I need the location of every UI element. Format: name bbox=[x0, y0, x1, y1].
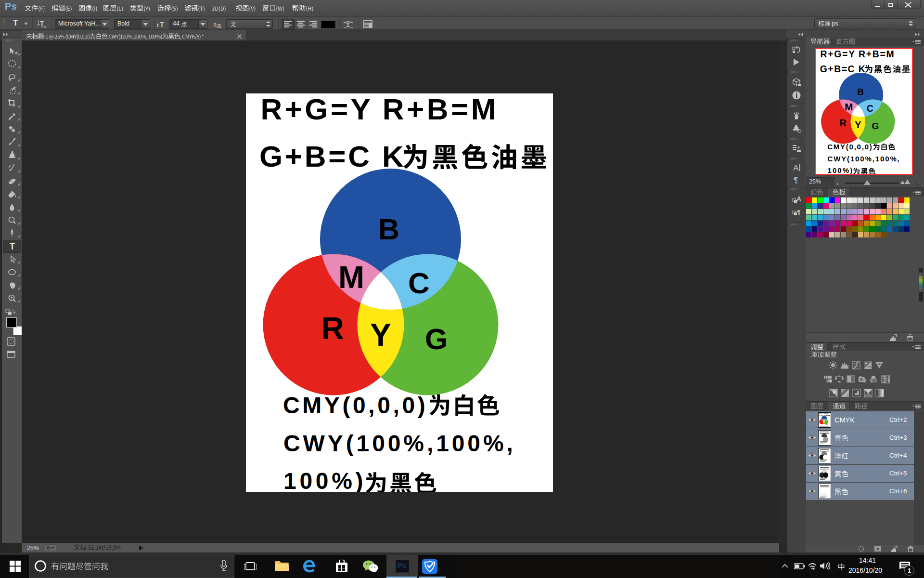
svg-text:CWY(100%,100%,: CWY(100%,100%, bbox=[283, 431, 516, 456]
svg-text:A: A bbox=[793, 163, 799, 172]
svg-text:M: M bbox=[338, 260, 364, 295]
svg-text:a: a bbox=[217, 21, 221, 28]
svg-text:A: A bbox=[796, 195, 801, 203]
svg-text:R: R bbox=[321, 311, 344, 346]
svg-text:T: T bbox=[40, 20, 44, 27]
svg-text:¶: ¶ bbox=[794, 176, 798, 185]
svg-text:T: T bbox=[10, 242, 15, 251]
svg-text:a: a bbox=[213, 21, 217, 28]
svg-text:G: G bbox=[425, 323, 448, 355]
svg-text:R+B=M: R+B=M bbox=[383, 93, 499, 126]
svg-text:100%): 100%) bbox=[283, 468, 366, 492]
svg-text:B: B bbox=[378, 213, 399, 246]
svg-text:T: T bbox=[346, 21, 350, 28]
svg-text:¶: ¶ bbox=[797, 209, 800, 216]
svg-text:C: C bbox=[408, 266, 430, 300]
svg-text:t: t bbox=[157, 22, 159, 28]
svg-text:Y: Y bbox=[370, 317, 391, 353]
svg-text:T: T bbox=[160, 20, 164, 28]
svg-text:CMY(0,0,0): CMY(0,0,0) bbox=[283, 393, 428, 418]
svg-text:K: K bbox=[382, 140, 404, 173]
svg-text:R+G=Y: R+G=Y bbox=[261, 93, 373, 126]
svg-text:G+B=C: G+B=C bbox=[259, 140, 372, 173]
